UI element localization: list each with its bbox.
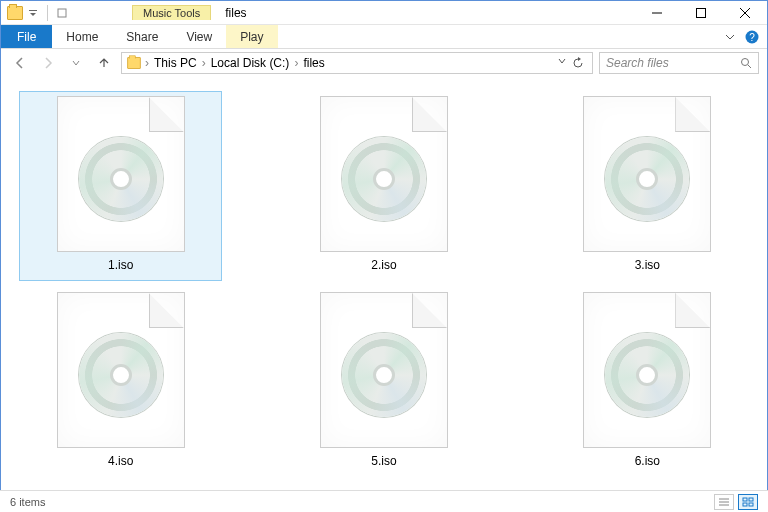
search-input[interactable]: Search files (599, 52, 759, 74)
svg-rect-13 (743, 498, 747, 501)
tab-play[interactable]: Play (226, 25, 277, 48)
iso-file-icon (320, 292, 448, 448)
title-bar: Music Tools files (1, 1, 767, 25)
file-name: 1.iso (108, 258, 133, 272)
up-button[interactable] (93, 52, 115, 74)
back-button[interactable] (9, 52, 31, 74)
svg-rect-1 (58, 9, 66, 17)
minimize-button[interactable] (635, 1, 679, 25)
iso-file-icon (57, 96, 185, 252)
svg-point-8 (742, 59, 749, 66)
properties-shortcut[interactable] (54, 5, 70, 21)
tab-file[interactable]: File (1, 25, 52, 48)
details-view-button[interactable] (714, 494, 734, 510)
file-name: 6.iso (635, 454, 660, 468)
file-grid: 1.iso 2.iso 3.iso 4.iso 5.iso 6.iso (1, 77, 767, 489)
chevron-right-icon: › (291, 56, 301, 70)
tab-share[interactable]: Share (112, 25, 172, 48)
chevron-right-icon: › (199, 56, 209, 70)
file-item[interactable]: 2.iso (282, 91, 485, 281)
status-bar: 6 items (0, 490, 768, 512)
search-icon (740, 57, 752, 69)
refresh-icon[interactable] (572, 57, 584, 69)
chevron-right-icon: › (142, 56, 152, 70)
iso-file-icon (320, 96, 448, 252)
address-bar[interactable]: › This PC › Local Disk (C:) › files (121, 52, 593, 74)
help-icon[interactable]: ? (745, 30, 759, 44)
breadcrumb-drive[interactable]: Local Disk (C:) (209, 56, 292, 70)
breadcrumb-root[interactable]: This PC (152, 56, 199, 70)
svg-rect-3 (697, 8, 706, 17)
address-dropdown-icon[interactable] (558, 57, 566, 69)
breadcrumb-folder[interactable]: files (301, 56, 326, 70)
ribbon-tabs: File Home Share View Play ? (1, 25, 767, 49)
file-item[interactable]: 5.iso (282, 287, 485, 477)
item-count: 6 items (10, 496, 45, 508)
ribbon-expand-icon[interactable] (725, 32, 735, 42)
iso-file-icon (583, 292, 711, 448)
quick-access-dropdown[interactable] (25, 5, 41, 21)
folder-icon (7, 5, 23, 21)
search-placeholder: Search files (606, 56, 669, 70)
file-name: 4.iso (108, 454, 133, 468)
address-toolbar: › This PC › Local Disk (C:) › files Sear… (1, 49, 767, 77)
folder-icon (127, 57, 141, 69)
svg-text:?: ? (749, 32, 755, 43)
iso-file-icon (57, 292, 185, 448)
iso-file-icon (583, 96, 711, 252)
large-icons-view-button[interactable] (738, 494, 758, 510)
tab-view[interactable]: View (172, 25, 226, 48)
svg-line-9 (748, 65, 751, 68)
file-item[interactable]: 4.iso (19, 287, 222, 477)
file-item[interactable]: 1.iso (19, 91, 222, 281)
forward-button[interactable] (37, 52, 59, 74)
svg-rect-16 (749, 503, 753, 506)
file-item[interactable]: 3.iso (546, 91, 749, 281)
contextual-tab-music: Music Tools (132, 5, 211, 20)
maximize-button[interactable] (679, 1, 723, 25)
tab-home[interactable]: Home (52, 25, 112, 48)
file-item[interactable]: 6.iso (546, 287, 749, 477)
svg-rect-15 (743, 503, 747, 506)
svg-rect-0 (29, 10, 37, 11)
window-title: files (213, 6, 246, 20)
file-name: 5.iso (371, 454, 396, 468)
close-button[interactable] (723, 1, 767, 25)
file-name: 2.iso (371, 258, 396, 272)
file-name: 3.iso (635, 258, 660, 272)
svg-rect-14 (749, 498, 753, 501)
recent-dropdown[interactable] (65, 52, 87, 74)
